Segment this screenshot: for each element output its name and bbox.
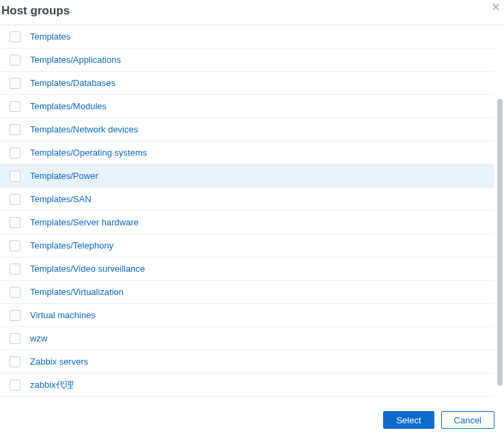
list-item-label[interactable]: Templates/Operating systems	[30, 147, 147, 158]
list-item[interactable]: Templates/Virtualization	[0, 281, 494, 304]
dialog-header: Host groups	[0, 0, 504, 25]
cancel-button[interactable]: Cancel	[441, 411, 494, 429]
list-item-label[interactable]: Templates/SAN	[30, 194, 92, 204]
checkbox[interactable]	[10, 171, 20, 182]
checkbox[interactable]	[10, 31, 20, 42]
list-item[interactable]: Virtual machines	[0, 304, 494, 327]
list-item[interactable]: Zabbix servers	[0, 350, 494, 373]
list-item-label[interactable]: Templates/Server hardware	[30, 217, 139, 227]
host-groups-list: TemplatesTemplates/ApplicationsTemplates…	[0, 25, 494, 407]
host-groups-list-container: TemplatesTemplates/ApplicationsTemplates…	[0, 25, 504, 407]
list-item-label[interactable]: Virtual machines	[30, 310, 96, 320]
checkbox[interactable]	[10, 217, 20, 228]
list-item-label[interactable]: Templates/Video surveillance	[30, 264, 145, 274]
list-item-label[interactable]: zabbix代理	[30, 379, 74, 391]
list-item[interactable]: Templates/Server hardware	[0, 211, 494, 234]
list-item-label[interactable]: Templates/Power	[30, 171, 98, 181]
dialog-footer: Select Cancel	[0, 407, 504, 437]
host-groups-dialog: × Host groups TemplatesTemplates/Applica…	[0, 0, 504, 437]
list-item-label[interactable]: Templates/Applications	[30, 55, 121, 65]
list-item[interactable]: Templates/Modules	[0, 95, 494, 118]
list-item-label[interactable]: Templates/Virtualization	[30, 287, 124, 297]
list-item[interactable]: wzw	[0, 327, 494, 350]
list-item[interactable]: Templates/Video surveillance	[0, 257, 494, 281]
scrollbar-thumb[interactable]	[497, 99, 503, 386]
list-item[interactable]: Templates/Applications	[0, 48, 494, 72]
checkbox[interactable]	[10, 55, 20, 66]
list-item[interactable]: Templates/Power	[0, 165, 494, 188]
checkbox[interactable]	[10, 240, 20, 251]
list-item[interactable]: Templates/Network devices	[0, 118, 494, 141]
scrollbar[interactable]	[497, 22, 503, 404]
list-item[interactable]: Templates/Databases	[0, 72, 494, 95]
checkbox[interactable]	[10, 380, 20, 391]
list-item[interactable]: Templates	[0, 25, 494, 48]
list-item-label[interactable]: Templates/Telephony	[30, 240, 113, 251]
list-item-label[interactable]: Zabbix servers	[30, 356, 88, 367]
dialog-title: Host groups	[0, 4, 70, 17]
checkbox[interactable]	[10, 310, 20, 321]
list-item-label[interactable]: Templates	[30, 31, 70, 42]
list-item-label[interactable]: wzw	[30, 333, 47, 343]
checkbox[interactable]	[10, 147, 20, 158]
checkbox[interactable]	[10, 356, 20, 367]
select-button[interactable]: Select	[383, 411, 434, 429]
checkbox[interactable]	[10, 124, 20, 135]
list-item-label[interactable]: Templates/Modules	[30, 101, 107, 111]
checkbox[interactable]	[10, 194, 20, 205]
checkbox[interactable]	[10, 287, 20, 298]
list-item[interactable]: Templates/Operating systems	[0, 141, 494, 165]
checkbox[interactable]	[10, 78, 20, 89]
list-item[interactable]: zabbix代理	[0, 373, 494, 397]
list-item-label[interactable]: Templates/Databases	[30, 78, 115, 88]
close-icon[interactable]: ×	[492, 0, 500, 14]
checkbox[interactable]	[10, 333, 20, 344]
checkbox[interactable]	[10, 264, 20, 274]
list-item[interactable]: Templates/SAN	[0, 188, 494, 211]
list-item-label[interactable]: Templates/Network devices	[30, 124, 138, 135]
list-item[interactable]: Templates/Telephony	[0, 234, 494, 257]
checkbox[interactable]	[10, 101, 20, 112]
